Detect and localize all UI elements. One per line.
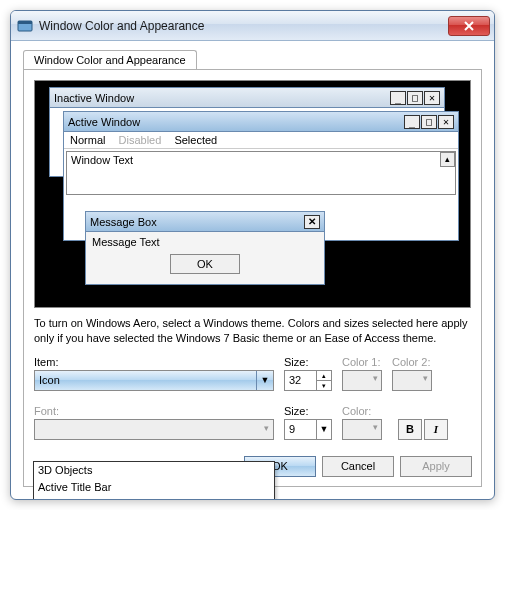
scroll-up-icon: ▴ [440, 152, 455, 167]
app-icon [17, 18, 33, 34]
close-icon: ✕ [304, 215, 320, 229]
label-color2: Color 2: [392, 356, 432, 368]
preview-active-title: Active Window [68, 116, 404, 128]
italic-button[interactable]: I [424, 419, 448, 440]
label-size: Size: [284, 356, 332, 368]
chevron-down-icon: ▼ [256, 371, 273, 390]
dropdown-option[interactable]: Active Window Border [34, 496, 274, 500]
label-font: Font: [34, 405, 274, 417]
menu-disabled: Disabled [119, 134, 162, 146]
font-size-combobox[interactable]: 9 ▼ [284, 419, 332, 440]
label-color1: Color 1: [342, 356, 382, 368]
preview-window-buttons: _ □ ✕ [404, 115, 454, 129]
menu-normal: Normal [70, 134, 105, 146]
preview-messagebox: Message Box ✕ Message Text OK [85, 211, 325, 285]
chevron-down-icon: ▼ [316, 420, 331, 439]
maximize-icon: □ [421, 115, 437, 129]
dialog-body: Window Color and Appearance Inactive Win… [11, 41, 494, 499]
dropdown-option[interactable]: Active Title Bar [34, 479, 274, 496]
menu-selected: Selected [174, 134, 217, 146]
preview-msgbox-title: Message Box [90, 216, 304, 228]
dialog-window: Window Color and Appearance Window Color… [10, 10, 495, 500]
maximize-icon: □ [407, 91, 423, 105]
cancel-button[interactable]: Cancel [322, 456, 394, 477]
svg-rect-1 [18, 21, 32, 24]
preview-ok-button: OK [170, 254, 240, 274]
spin-down-icon[interactable]: ▾ [317, 381, 331, 390]
bold-button[interactable]: B [398, 419, 422, 440]
item-row: Item: Icon ▼ Size: 32 ▴▾ Color 1: [34, 356, 471, 391]
item-size-value: 32 [289, 374, 301, 386]
font-row: Font: Size: 9 ▼ Color: [34, 405, 471, 440]
font-color-button [342, 419, 382, 440]
font-size-value: 9 [289, 423, 295, 435]
minimize-icon: _ [390, 91, 406, 105]
item-selected-text: Icon [39, 374, 60, 386]
preview-menu: Normal Disabled Selected [64, 132, 458, 149]
preview-inactive-title: Inactive Window [54, 92, 390, 104]
minimize-icon: _ [404, 115, 420, 129]
titlebar[interactable]: Window Color and Appearance [11, 11, 494, 41]
preview-active-titlebar: Active Window _ □ ✕ [64, 112, 458, 132]
color1-button [342, 370, 382, 391]
label-font-color: Color: [342, 405, 382, 417]
description-text: To turn on Windows Aero, select a Window… [34, 316, 471, 346]
color2-button [392, 370, 432, 391]
close-button[interactable] [448, 16, 490, 36]
preview-msgbox-text: Message Text [92, 236, 318, 248]
dialog-buttons: OK Cancel Apply [244, 456, 472, 477]
font-combobox [34, 419, 274, 440]
dropdown-option[interactable]: 3D Objects [34, 462, 274, 479]
preview-inactive-titlebar: Inactive Window _ □ ✕ [50, 88, 444, 108]
preview-msgbox-titlebar: Message Box ✕ [86, 212, 324, 232]
spin-up-icon[interactable]: ▴ [317, 371, 331, 381]
tab-panel: Inactive Window _ □ ✕ Active Window _ □ [23, 69, 482, 487]
close-icon: ✕ [438, 115, 454, 129]
apply-button: Apply [400, 456, 472, 477]
label-item: Item: [34, 356, 274, 368]
label-font-size: Size: [284, 405, 332, 417]
preview-area: Inactive Window _ □ ✕ Active Window _ □ [34, 80, 471, 308]
tab-appearance[interactable]: Window Color and Appearance [23, 50, 197, 70]
preview-window-text: Window Text [71, 154, 133, 166]
item-dropdown-list[interactable]: 3D ObjectsActive Title BarActive Window … [33, 461, 275, 500]
item-size-spinner[interactable]: 32 ▴▾ [284, 370, 332, 391]
item-combobox[interactable]: Icon ▼ [34, 370, 274, 391]
preview-window-buttons: _ □ ✕ [390, 91, 440, 105]
preview-textarea: Window Text ▴ [66, 151, 456, 195]
preview-msgbox-body: Message Text OK [86, 232, 324, 284]
close-icon: ✕ [424, 91, 440, 105]
window-title: Window Color and Appearance [39, 19, 448, 33]
